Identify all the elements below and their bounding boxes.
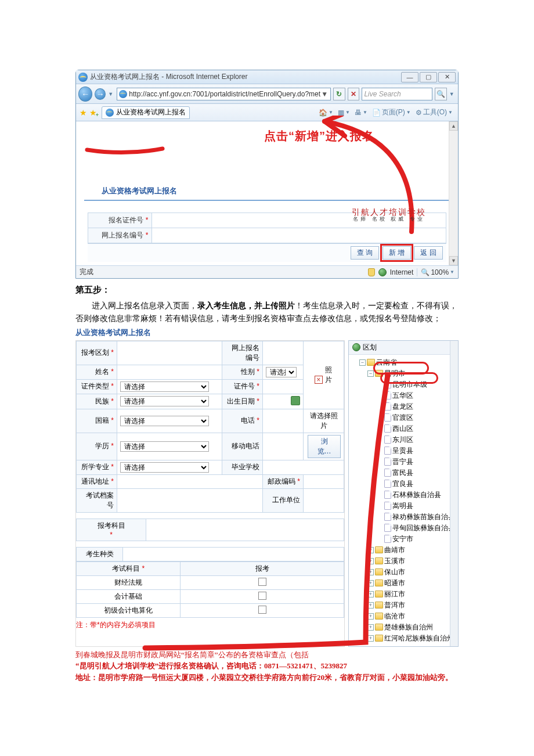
expand-toggle-icon[interactable]: −	[359, 359, 366, 366]
tools-menu[interactable]: ⚙工具(O)▼	[414, 107, 454, 117]
history-dropdown-icon[interactable]: ▼	[108, 91, 114, 97]
tree-node-label: 昭通市	[384, 578, 405, 588]
expand-toggle-icon[interactable]: +	[367, 613, 374, 620]
expand-toggle-icon[interactable]: +	[367, 624, 374, 631]
input-phone[interactable]	[263, 409, 304, 433]
maximize-button[interactable]: ▢	[420, 72, 437, 82]
security-shield-icon[interactable]	[368, 268, 375, 276]
back-button[interactable]: ←	[78, 87, 92, 102]
add-button[interactable]: 新 增	[383, 246, 411, 260]
input-mobile[interactable]	[263, 433, 304, 460]
refresh-button[interactable]: ↻	[333, 88, 345, 100]
browser-tab[interactable]: 从业资格考试网上报名	[102, 106, 190, 119]
vertical-scrollbar[interactable]: ▲ ▼	[449, 121, 458, 265]
file-icon	[384, 469, 391, 477]
expand-toggle-icon[interactable]: +	[367, 580, 374, 586]
input-birth[interactable]	[263, 394, 304, 409]
tree-node[interactable]: +红河哈尼族彝族自治州	[351, 633, 457, 644]
select-ethnic[interactable]: 请选择	[117, 394, 222, 409]
tree-node[interactable]: 宜良县	[351, 478, 457, 489]
input-archive[interactable]	[117, 488, 263, 512]
tree-scrollbar[interactable]	[450, 341, 458, 646]
select-gender[interactable]: 请选择	[263, 365, 304, 379]
expand-toggle-icon[interactable]: +	[367, 602, 374, 609]
url-dropdown-icon[interactable]: ▼	[320, 90, 329, 98]
tree-node[interactable]: +昭通市	[351, 578, 457, 589]
tree-node[interactable]: 石林彝族自治县	[351, 489, 457, 501]
tree-node[interactable]: +丽江市	[351, 589, 457, 600]
close-button[interactable]: ✕	[438, 72, 456, 82]
home-icon[interactable]: 🏠▼	[317, 109, 335, 117]
input-zip[interactable]	[304, 474, 344, 488]
label-archive: 考试档案号	[77, 488, 117, 512]
tree-node[interactable]: 东川区	[351, 434, 457, 445]
label-region: 报考区划 *	[77, 341, 117, 365]
tree-node[interactable]: 嵩明县	[351, 501, 457, 512]
input-workunit[interactable]	[304, 488, 344, 512]
tree-node[interactable]: 五华区	[351, 390, 457, 401]
tree-node[interactable]: −昆明市	[351, 368, 457, 379]
scroll-down-icon[interactable]: ▼	[449, 256, 458, 265]
tree-node[interactable]: 富民县	[351, 467, 457, 478]
search-button[interactable]: 🔍	[435, 88, 447, 100]
tree-node[interactable]: +普洱市	[351, 600, 457, 611]
input-idno2[interactable]	[263, 379, 304, 394]
back-button-page[interactable]: 返 回	[414, 246, 442, 260]
tree-node[interactable]: +曲靖市	[351, 545, 457, 556]
tree-node[interactable]: +楚雄彝族自治州	[351, 622, 457, 633]
tree-node[interactable]: 盘龙区	[351, 401, 457, 412]
browse-button[interactable]: 浏览…	[308, 435, 341, 458]
forward-button[interactable]: →	[95, 88, 106, 100]
expand-toggle-icon[interactable]: −	[367, 370, 374, 377]
tree-node[interactable]: +临沧市	[351, 611, 457, 622]
tree-node[interactable]: 呈贡县	[351, 445, 457, 456]
input-regno-cell[interactable]	[152, 228, 446, 243]
photo-remove-icon[interactable]: ×	[315, 376, 323, 384]
input-addr[interactable]	[117, 474, 263, 488]
expand-toggle-icon[interactable]: +	[367, 558, 374, 564]
tree-node[interactable]: 安宁市	[351, 534, 457, 545]
input-idno-cell[interactable]	[152, 213, 446, 228]
favorites-icon[interactable]: ★	[80, 108, 87, 117]
subject-check-0[interactable]	[258, 578, 266, 586]
expand-toggle-icon[interactable]: +	[367, 591, 374, 597]
expand-toggle-icon[interactable]: +	[367, 635, 374, 642]
tree-node[interactable]: 昆明市本级	[351, 379, 457, 390]
print-icon[interactable]: 🖶▼	[353, 109, 369, 117]
page-menu[interactable]: 📄页面(P)▼	[370, 107, 413, 117]
add-favorite-icon[interactable]: ★	[89, 108, 97, 117]
tree-node[interactable]: 寻甸回族彝族自治县	[351, 523, 457, 534]
scroll-up-icon[interactable]: ▲	[449, 121, 458, 131]
tree-node[interactable]: 晋宁县	[351, 456, 457, 467]
select-idtype[interactable]: 请选择	[117, 379, 222, 394]
address-bar[interactable]: http://acc.ynf.gov.cn:7001/portaldistric…	[117, 88, 331, 100]
search-input[interactable]: Live Search	[362, 88, 432, 100]
expand-toggle-icon[interactable]: +	[367, 569, 374, 575]
tree-node[interactable]: 西山区	[351, 423, 457, 434]
input-regno2[interactable]	[263, 341, 304, 365]
input-name[interactable]	[117, 365, 222, 379]
tree-node[interactable]: 禄劝彝族苗族自治县	[351, 512, 457, 523]
query-button[interactable]: 查 询	[351, 246, 379, 260]
expand-toggle-icon[interactable]: +	[367, 547, 374, 553]
tree-node[interactable]: +保山市	[351, 567, 457, 578]
stop-button[interactable]: ✕	[348, 88, 360, 100]
label-candidate-type: 考生种类	[77, 547, 123, 561]
input-school[interactable]	[263, 460, 344, 474]
minimize-button[interactable]: —	[401, 72, 418, 82]
search-dropdown-icon[interactable]: ▼	[449, 91, 456, 97]
zoom-control[interactable]: 🔍 100% ▼	[417, 268, 454, 276]
input-region[interactable]	[117, 341, 222, 365]
step-heading: 第五步：	[75, 285, 459, 296]
tree-node[interactable]: 官渡区	[351, 412, 457, 423]
input-candidate-type[interactable]	[123, 547, 344, 561]
calendar-icon[interactable]	[291, 396, 300, 405]
select-major[interactable]: 请选择	[117, 460, 222, 474]
feeds-icon[interactable]: ▦▼	[336, 109, 352, 117]
subject-check-1[interactable]	[258, 592, 266, 600]
select-edu[interactable]: 请选择	[117, 433, 222, 460]
subject-check-2[interactable]	[258, 606, 266, 614]
tree-node[interactable]: −云南省	[351, 357, 457, 368]
tree-node[interactable]: +玉溪市	[351, 556, 457, 567]
select-nation[interactable]: 请选择	[117, 409, 222, 433]
